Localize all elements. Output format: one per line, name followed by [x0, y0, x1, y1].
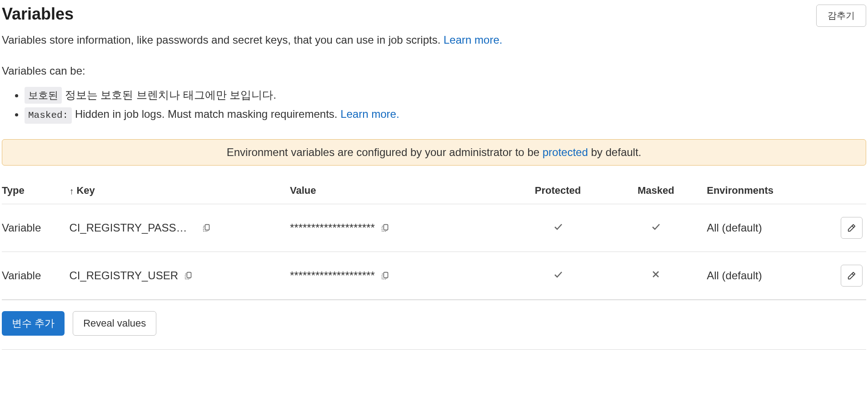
copy-key-button[interactable]: [202, 223, 212, 233]
info-banner: Environment variables are configured by …: [2, 139, 866, 166]
column-header-value[interactable]: Value: [290, 179, 511, 204]
environments-cell: All (default): [707, 204, 829, 252]
key-header-label: Key: [76, 185, 95, 196]
environments-cell: All (default): [707, 252, 829, 300]
hide-button[interactable]: 감추기: [816, 5, 866, 27]
list-item: 보호된 정보는 보호된 브렌치나 태그에만 보입니다.: [25, 86, 866, 104]
check-icon: [650, 222, 661, 234]
copy-value-button[interactable]: [380, 223, 390, 233]
value-cell: ********************: [290, 269, 375, 282]
masked-tag: Masked:: [25, 107, 72, 124]
banner-text-before: Environment variables are configured by …: [227, 146, 543, 158]
column-header-type[interactable]: Type: [2, 179, 69, 204]
column-header-protected[interactable]: Protected: [511, 179, 609, 204]
list-item: Masked: Hidden in job logs. Must match m…: [25, 106, 866, 124]
copy-key-button[interactable]: [184, 271, 194, 281]
variables-table: Type ↑Key Value Protected Masked Environ…: [2, 179, 866, 300]
x-icon: [650, 270, 661, 282]
edit-button[interactable]: [841, 217, 863, 239]
value-cell: ********************: [290, 222, 375, 234]
key-cell: CI_REGISTRY_PASSWO...: [69, 222, 196, 234]
check-icon: [553, 222, 564, 234]
key-cell: CI_REGISTRY_USER: [69, 269, 178, 282]
reveal-values-button[interactable]: Reveal values: [73, 311, 156, 336]
protected-description: 정보는 보호된 브렌치나 태그에만 보입니다.: [62, 89, 276, 101]
svg-rect-0: [205, 225, 210, 230]
sort-ascending-icon: ↑: [69, 186, 74, 196]
divider: [2, 349, 866, 350]
variables-description: Variables store information, like passwo…: [2, 32, 866, 48]
svg-rect-2: [187, 272, 191, 278]
banner-text-after: by default.: [588, 146, 641, 158]
svg-rect-1: [384, 225, 388, 230]
svg-rect-3: [384, 272, 388, 278]
table-row: Variable CI_REGISTRY_PASSWO... *********…: [2, 204, 866, 252]
learn-more-link[interactable]: Learn more.: [444, 34, 502, 46]
variables-subheading: Variables can be:: [2, 65, 866, 77]
copy-value-button[interactable]: [380, 271, 390, 281]
variable-types-list: 보호된 정보는 보호된 브렌치나 태그에만 보입니다. Masked: Hidd…: [2, 86, 866, 124]
add-variable-button[interactable]: 변수 추가: [2, 311, 65, 336]
column-header-environments[interactable]: Environments: [707, 179, 829, 204]
page-title: Variables: [2, 5, 74, 24]
check-icon: [553, 270, 564, 282]
type-cell: Variable: [2, 204, 69, 252]
table-row: Variable CI_REGISTRY_USER **************…: [2, 252, 866, 300]
column-header-key[interactable]: ↑Key: [69, 179, 290, 204]
learn-more-link[interactable]: Learn more.: [340, 108, 399, 120]
type-cell: Variable: [2, 252, 69, 300]
masked-description: Hidden in job logs. Must match masking r…: [72, 108, 340, 120]
column-header-masked[interactable]: Masked: [609, 179, 707, 204]
protected-link[interactable]: protected: [543, 146, 588, 158]
protected-tag: 보호된: [25, 87, 62, 104]
edit-button[interactable]: [841, 265, 863, 287]
description-text: Variables store information, like passwo…: [2, 34, 444, 46]
